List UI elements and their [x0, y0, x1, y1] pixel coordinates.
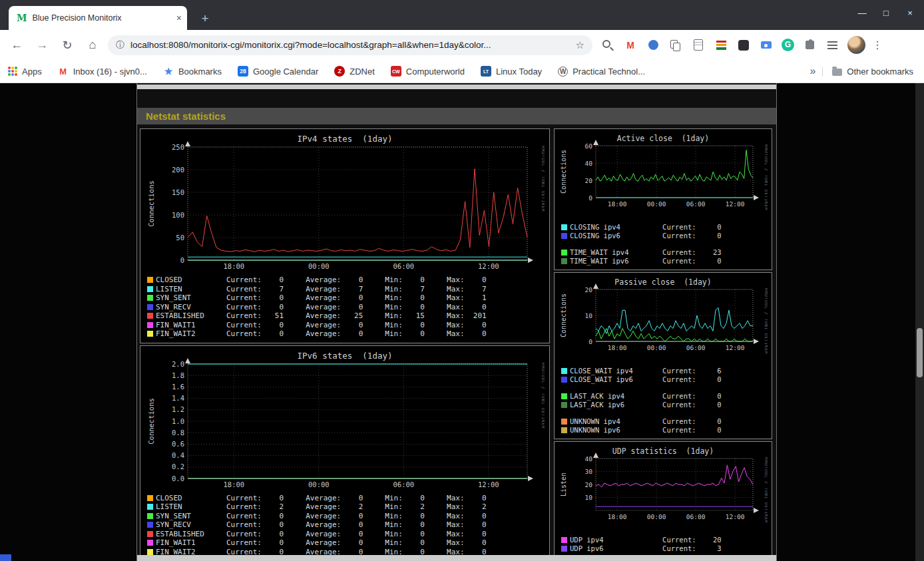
home-button[interactable]: ⌂ [84, 38, 101, 52]
graph-active-close[interactable]: Active close (1day)ConnectionsRRDTOOL / … [559, 132, 768, 210]
legend-row-established: ESTABLISHED Current: 0 Average: 0 Min: 0… [140, 530, 549, 539]
legend-swatch [561, 368, 567, 374]
minimize-button[interactable]: — [857, 8, 867, 18]
svg-text:1.8: 1.8 [172, 371, 184, 379]
copy-extension-icon[interactable] [668, 38, 683, 53]
svg-text:12:00: 12:00 [478, 262, 499, 270]
browser-tab[interactable]: M Blue Precision Monitorix × [9, 6, 187, 30]
legend-text: FIN_WAIT2 Current: 0 Average: 0 Min: 0 M… [156, 329, 487, 339]
svg-text:100: 100 [172, 211, 184, 219]
search-icon[interactable] [600, 38, 615, 53]
legend-row-closed: CLOSED Current: 0 Average: 0 Min: 0 Max:… [140, 276, 549, 285]
bookmark-apps[interactable]: Apps [8, 67, 42, 77]
grammarly-extension-icon[interactable]: G [782, 39, 794, 51]
linux-today-icon: LT [481, 66, 491, 77]
bookmark-computerworld[interactable]: CW Computerworld [391, 66, 465, 77]
tab-close-icon[interactable]: × [176, 13, 182, 23]
legend-text: TIME_WAIT ipv4 Current: 23 [570, 248, 722, 257]
svg-text:UDP statistics (1day): UDP statistics (1day) [612, 447, 714, 456]
dark-extension-icon[interactable] [736, 38, 751, 53]
svg-text:1.4: 1.4 [172, 394, 184, 402]
section-header: Netstat statistics [137, 108, 776, 124]
extensions-row: M G ⋮ [600, 36, 881, 54]
svg-text:200: 200 [172, 166, 184, 174]
svg-text:20: 20 [585, 286, 593, 293]
svg-text:00:00: 00:00 [308, 480, 330, 488]
svg-text:0.8: 0.8 [172, 428, 184, 436]
wordpress-icon: W [558, 67, 568, 77]
browser-menu-icon[interactable]: ⋮ [873, 38, 881, 53]
bookmark-linux-today[interactable]: LT Linux Today [481, 66, 542, 77]
next-section-edge [137, 555, 776, 561]
bookmark-inbox[interactable]: M Inbox (16) - sjvn0... [58, 66, 147, 77]
legend-text: ESTABLISHED Current: 0 Average: 0 Min: 0… [156, 530, 487, 539]
svg-text:Passive close (1day): Passive close (1day) [614, 278, 711, 287]
svg-text:Listen: Listen [560, 472, 567, 496]
graphs-area: IPv4 states (1day)ConnectionsRRDTOOL / T… [137, 128, 776, 561]
legend-ipv6-states: CLOSED Current: 0 Average: 0 Min: 0 Max:… [140, 494, 549, 557]
scrollbar-thumb[interactable] [917, 328, 923, 377]
svg-text:0: 0 [588, 194, 592, 202]
maximize-button[interactable]: □ [881, 8, 891, 18]
legend-row-listen: LISTEN Current: 7 Average: 7 Min: 7 Max:… [140, 285, 549, 294]
legend-text: LAST_ACK ipv4 Current: 0 [570, 392, 722, 401]
camera-extension-icon[interactable] [759, 38, 774, 53]
legend-swatch [147, 295, 153, 301]
other-bookmarks[interactable]: Other bookmarks [822, 67, 913, 77]
keep-extension-icon[interactable] [646, 38, 660, 53]
svg-text:150: 150 [172, 188, 184, 196]
svg-text:12:00: 12:00 [478, 480, 499, 488]
url-text[interactable]: localhost:8080/monitorix-cgi/monitorix.c… [130, 40, 571, 50]
other-bookmarks-label: Other bookmarks [847, 67, 913, 77]
svg-text:RRDTOOL / TOBI OETIKER: RRDTOOL / TOBI OETIKER [764, 288, 768, 353]
graph-udp-statistics[interactable]: UDP statistics (1day)ListenRRDTOOL / TOB… [559, 445, 768, 522]
graph-ipv4-states[interactable]: IPv4 states (1day)ConnectionsRRDTOOL / T… [145, 132, 545, 272]
forward-button[interactable]: → [33, 38, 51, 52]
svg-text:0.0: 0.0 [172, 474, 184, 482]
bookmark-google-calendar[interactable]: 28 Google Calendar [238, 66, 318, 77]
gmail-extension-icon[interactable]: M [623, 38, 638, 53]
reload-button[interactable]: ↻ [59, 38, 76, 53]
bookmarks-overflow-icon[interactable]: » [803, 65, 822, 77]
svg-text:250: 250 [172, 143, 184, 151]
notes-extension-icon[interactable] [691, 38, 706, 53]
svg-text:00:00: 00:00 [308, 262, 330, 270]
stack-extension-icon[interactable] [714, 38, 728, 53]
legend-text: SYN_SENT Current: 0 Average: 0 Min: 0 Ma… [156, 512, 487, 521]
svg-text:12:00: 12:00 [726, 344, 745, 351]
legend-swatch [147, 522, 153, 528]
svg-text:30: 30 [585, 468, 593, 475]
legend-row-established: ESTABLISHED Current: 51 Average: 25 Min:… [140, 311, 549, 321]
graph-ipv6-states[interactable]: IPv6 states (1day)ConnectionsRRDTOOL / T… [145, 349, 545, 490]
address-bar[interactable]: ⓘ localhost:8080/monitorix-cgi/monitorix… [108, 35, 592, 55]
bookmark-star-icon[interactable]: ☆ [576, 39, 584, 51]
legend-row-fin_wait1: FIN_WAIT1 Current: 0 Average: 0 Min: 0 M… [140, 538, 549, 548]
legend-swatch [561, 402, 567, 408]
site-info-icon[interactable]: ⓘ [116, 39, 124, 51]
bookmark-practical-technology[interactable]: W Practical Technol... [558, 67, 645, 77]
legend-swatch [147, 286, 153, 292]
bookmark-bookmarks[interactable]: ★ Bookmarks [163, 66, 222, 77]
page-scrollbar[interactable] [915, 83, 924, 561]
legend-row-syn_recv: SYN_RECV Current: 0 Average: 0 Min: 0 Ma… [140, 303, 549, 312]
extensions-puzzle-icon[interactable] [802, 38, 817, 53]
bookmark-zdnet[interactable]: Z ZDNet [334, 66, 375, 77]
graph-passive-close[interactable]: Passive close (1day)ConnectionsRRDTOOL /… [559, 276, 768, 353]
svg-text:Connections: Connections [560, 293, 567, 337]
legend-row-time_wait-ipv4: TIME_WAIT ipv4 Current: 23 [555, 248, 772, 257]
svg-text:RRDTOOL / TOBI OETIKER: RRDTOOL / TOBI OETIKER [764, 457, 768, 522]
back-button[interactable]: ← [8, 38, 25, 52]
legend-text: FIN_WAIT1 Current: 0 Average: 0 Min: 0 M… [156, 538, 487, 548]
reading-list-icon[interactable] [825, 38, 839, 53]
legend-text: UDP ipv6 Current: 3 [570, 544, 722, 553]
legend-text: UNKNOWN ipv6 Current: 0 [570, 426, 722, 435]
legend-row-syn_recv: SYN_RECV Current: 0 Average: 0 Min: 0 Ma… [140, 520, 549, 530]
legend-swatch [147, 540, 153, 546]
close-button[interactable]: × [905, 8, 915, 18]
new-tab-button[interactable]: + [196, 10, 214, 27]
legend-row-listen: LISTEN Current: 2 Average: 2 Min: 2 Max:… [140, 502, 549, 512]
profile-avatar[interactable] [847, 36, 865, 54]
legend-swatch [561, 427, 567, 433]
tab-title: Blue Precision Monitorix [33, 13, 172, 23]
computerworld-icon: CW [391, 66, 401, 77]
